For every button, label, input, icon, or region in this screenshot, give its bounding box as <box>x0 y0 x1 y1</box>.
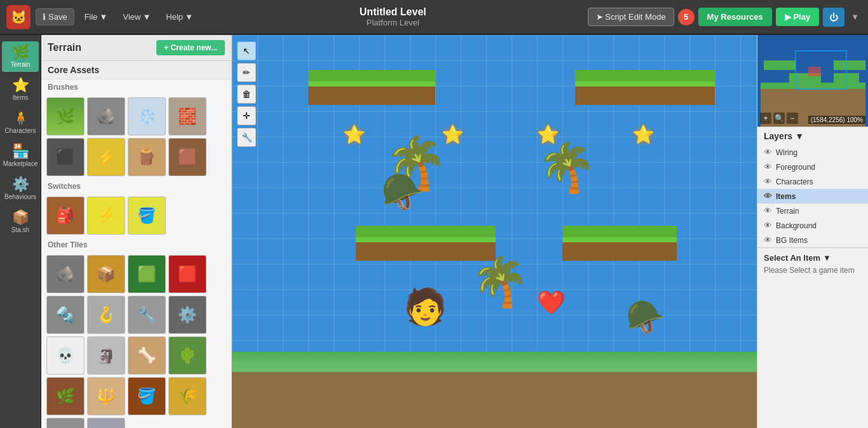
layer-wiring[interactable]: 👁 Wiring <box>757 145 868 160</box>
sidebar-item-stash[interactable]: 📦 Sta.sh <box>2 207 39 237</box>
pencil-tool[interactable]: ✏ <box>237 63 256 82</box>
brush-tile-grass[interactable]: 🌿 <box>46 97 85 135</box>
brushes-grid: 🌿 🪨 ❄️ 🧱 ⬛ ⚡ 🪵 🟫 <box>41 95 231 179</box>
eye-foreground-icon[interactable]: 👁 <box>764 162 772 172</box>
select-item-section: Select An Item ▼ Please Select a game it… <box>757 248 868 280</box>
other-tile-8[interactable]: ⚙️ <box>168 296 207 334</box>
ground-area <box>232 352 757 428</box>
view-menu[interactable]: View ▼ <box>118 9 156 25</box>
help-menu[interactable]: Help ▼ <box>161 9 198 25</box>
other-tile-claws[interactable]: 🦴 <box>128 336 166 375</box>
brush-tile-rock[interactable]: 🪨 <box>87 97 125 135</box>
sidebar-item-behaviours[interactable]: ⚙️ Behaviours <box>2 174 39 204</box>
title-area: Untitled Level Platform Level <box>203 6 583 27</box>
layers-header[interactable]: Layers ▼ <box>757 127 868 145</box>
layer-foreground[interactable]: 👁 Foreground <box>757 160 868 174</box>
view-label: View <box>123 12 140 22</box>
layer-foreground-label: Foreground <box>776 163 815 172</box>
zoom-in-button[interactable]: + <box>760 113 771 124</box>
zoom-search-button[interactable]: 🔍 <box>773 113 785 124</box>
sidebar-stash-label: Sta.sh <box>11 226 29 233</box>
layer-bg-items[interactable]: 👁 BG Items <box>757 233 868 247</box>
brush-tile-dark[interactable]: ⬛ <box>46 138 85 176</box>
eye-wiring-icon[interactable]: 👁 <box>764 148 772 157</box>
eye-terrain-icon[interactable]: 👁 <box>764 206 772 216</box>
layers-section: Layers ▼ 👁 Wiring 👁 Foreground 👁 Charact… <box>757 127 868 248</box>
other-tile-stone2[interactable]: 🗿 <box>87 336 125 375</box>
layer-items-label: Items <box>776 192 796 201</box>
svg-rect-3 <box>761 83 865 89</box>
other-tiles-grid: 🪨 📦 🟩 🟥 🔩 🪝 🔧 ⚙️ 💀 🗿 🦴 🌵 🌿 🔱 🪣 🌾 🪨 🏗 <box>41 252 231 428</box>
stash-icon: 📦 <box>12 211 29 224</box>
layer-items[interactable]: 👁 Items <box>757 189 868 204</box>
other-tile-roots[interactable]: 🌿 <box>46 377 85 415</box>
other-tile-2[interactable]: 📦 <box>87 255 125 293</box>
other-tile-7[interactable]: 🔧 <box>128 296 166 334</box>
save-label: Save <box>48 12 67 22</box>
switch-tile-bucket[interactable]: 🪣 <box>128 197 166 235</box>
eye-bg-items-icon[interactable]: 👁 <box>764 235 772 245</box>
topbar: 🐱 ℹ Save File ▼ View ▼ Help ▼ Untitled L… <box>0 0 868 35</box>
brush-tile-stone[interactable]: 🧱 <box>168 97 207 135</box>
layer-characters-label: Characters <box>776 177 813 186</box>
svg-rect-9 <box>808 67 821 76</box>
eye-characters-icon[interactable]: 👁 <box>764 177 772 186</box>
script-edit-button[interactable]: ➤ Script Edit Mode <box>588 8 674 26</box>
brush-tile-wood[interactable]: 🪵 <box>128 138 166 176</box>
select-item-title: Select An Item <box>764 253 820 263</box>
power-dropdown-icon[interactable]: ▼ <box>848 12 862 22</box>
select-item-header: Select An Item ▼ <box>764 253 862 263</box>
sidebar-item-characters[interactable]: 🧍 Characters <box>2 107 39 138</box>
brush-tile-hazard[interactable]: ⚡ <box>87 138 125 176</box>
select-item-description: Please Select a game item <box>764 266 862 275</box>
platform-top-right <box>575 70 715 105</box>
layer-background[interactable]: 👁 Background <box>757 218 868 233</box>
eraser-tool[interactable]: 🗑 <box>237 85 256 104</box>
sidebar-item-items[interactable]: ⭐ Items <box>2 74 39 105</box>
switch-tile-electric[interactable]: ⚡ <box>87 197 125 235</box>
canvas-area[interactable]: ↖ ✏ 🗑 ✛ 🔧 ⭐ ⭐ ⭐ ⭐ <box>232 35 757 428</box>
eye-background-icon[interactable]: 👁 <box>764 221 772 230</box>
brush-tile-snow[interactable]: ❄️ <box>128 97 166 135</box>
sidebar-item-marketplace[interactable]: 🏪 Marketplace <box>2 141 39 171</box>
brush-tile-barrel[interactable]: 🟫 <box>168 138 207 176</box>
zoom-percent: 100% <box>846 116 863 123</box>
notification-badge[interactable]: 5 <box>678 9 695 25</box>
other-tile-skull[interactable]: 💀 <box>46 336 85 375</box>
other-tile-platform[interactable]: 🏗 <box>87 418 125 428</box>
other-tile-barrel2[interactable]: 🪣 <box>128 377 166 415</box>
svg-rect-5 <box>834 60 865 70</box>
layers-chevron-icon: ▼ <box>795 131 804 141</box>
switch-tile-bag[interactable]: 🎒 <box>46 197 85 235</box>
create-new-button[interactable]: + Create new... <box>156 40 225 55</box>
other-tile-1[interactable]: 🪨 <box>46 255 85 293</box>
eye-items-icon[interactable]: 👁 <box>764 191 772 201</box>
sidebar-behaviours-label: Behaviours <box>4 193 36 200</box>
sidebar-item-terrain[interactable]: 🌿 Terrain <box>2 41 39 72</box>
other-tile-6[interactable]: 🪝 <box>87 296 125 334</box>
other-tile-3[interactable]: 🟩 <box>128 255 166 293</box>
game-canvas[interactable]: ⭐ ⭐ ⭐ ⭐ 🌴 🌴 🌴 🪖 🧑 🪖 <box>232 35 757 428</box>
wrench-tool[interactable]: 🔧 <box>237 128 256 147</box>
other-tile-5[interactable]: 🔩 <box>46 296 85 334</box>
terrain-header: Terrain + Create new... <box>41 35 231 61</box>
save-button[interactable]: ℹ Save <box>36 8 74 25</box>
marketplace-icon: 🏪 <box>12 144 29 158</box>
zoom-out-button[interactable]: − <box>787 113 798 124</box>
play-button[interactable]: ▶ Play <box>776 8 819 26</box>
other-tile-hay[interactable]: 🌾 <box>168 377 207 415</box>
other-tile-4[interactable]: 🟥 <box>168 255 207 293</box>
other-tile-fence[interactable]: 🔱 <box>87 377 125 415</box>
character-player: 🧑 <box>403 286 447 328</box>
star-1: ⭐ <box>343 124 365 145</box>
layer-terrain[interactable]: 👁 Terrain <box>757 204 868 218</box>
other-tile-cactus[interactable]: 🌵 <box>168 336 207 375</box>
file-menu[interactable]: File ▼ <box>79 9 113 25</box>
other-tile-rock2[interactable]: 🪨 <box>46 418 85 428</box>
my-resources-button[interactable]: My Resources <box>698 8 772 26</box>
power-button[interactable]: ⏻ <box>823 8 844 27</box>
layer-characters[interactable]: 👁 Characters <box>757 174 868 189</box>
move-tool[interactable]: ✛ <box>237 106 256 125</box>
cursor-tool[interactable]: ↖ <box>237 41 256 60</box>
help-chevron-icon: ▼ <box>185 12 193 22</box>
